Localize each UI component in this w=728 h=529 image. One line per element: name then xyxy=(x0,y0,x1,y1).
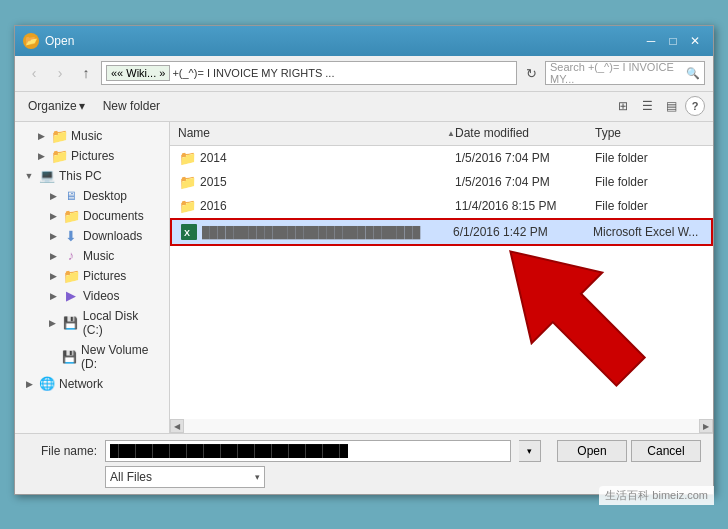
desktop-icon: 🖥 xyxy=(63,189,79,203)
sidebar-item-this-pc[interactable]: ▼ 💻 This PC xyxy=(15,166,169,186)
sidebar-label: New Volume (D: xyxy=(81,343,161,371)
file-name: ████████████████████████████ xyxy=(202,226,453,238)
sidebar-label: Videos xyxy=(83,289,119,303)
sidebar-item-pictures-top[interactable]: ▶ 📁 Pictures xyxy=(15,146,169,166)
sidebar-item-downloads[interactable]: ▶ ⬇ Downloads xyxy=(15,226,169,246)
table-row-selected[interactable]: X ████████████████████████████ 6/1/2016 … xyxy=(170,218,713,246)
expander-icon: ▶ xyxy=(47,270,59,282)
view-details-button[interactable]: ☰ xyxy=(637,96,657,116)
refresh-button[interactable]: ↻ xyxy=(521,63,541,83)
sidebar-item-pictures-pc[interactable]: ▶ 📁 Pictures xyxy=(15,266,169,286)
table-row[interactable]: 📁 2015 1/5/2016 7:04 PM File folder xyxy=(170,170,713,194)
excel-icon: X xyxy=(180,223,198,241)
sidebar-label: Network xyxy=(59,377,103,391)
sidebar-item-music-top[interactable]: ▶ 📁 Music xyxy=(15,126,169,146)
svg-text:X: X xyxy=(184,228,190,238)
search-bar[interactable]: Search +(_^)= I INVOICE MY... 🔍 xyxy=(545,61,705,85)
address-bar[interactable]: «« Wiki... » +(_^)= I INVOICE MY RIGHTS … xyxy=(101,61,517,85)
dialog-icon: 📂 xyxy=(23,33,39,49)
filetype-dropdown[interactable]: All Files ▾ xyxy=(105,466,265,488)
window-controls: ─ □ ✕ xyxy=(641,32,705,50)
file-list-header[interactable]: Name ▲ Date modified Type xyxy=(170,122,713,146)
scroll-track[interactable] xyxy=(184,419,699,433)
col-type-header: Type xyxy=(595,126,705,140)
expander-icon xyxy=(47,351,58,363)
folder-icon: 📁 xyxy=(63,269,79,283)
expander-icon: ▶ xyxy=(47,190,59,202)
disk-icon: 💾 xyxy=(63,316,79,330)
close-button[interactable]: ✕ xyxy=(685,32,705,50)
sidebar-item-desktop[interactable]: ▶ 🖥 Desktop xyxy=(15,186,169,206)
new-folder-button[interactable]: New folder xyxy=(98,96,165,116)
file-name: 2016 xyxy=(200,199,455,213)
scroll-right-arrow[interactable]: ▶ xyxy=(699,419,713,433)
pc-icon: 💻 xyxy=(39,169,55,183)
organize-label: Organize xyxy=(28,99,77,113)
organize-toolbar: Organize ▾ New folder ⊞ ☰ ▤ ? xyxy=(15,92,713,122)
table-row[interactable]: 📁 2014 1/5/2016 7:04 PM File folder xyxy=(170,146,713,170)
sidebar-item-music-pc[interactable]: ▶ ♪ Music xyxy=(15,246,169,266)
nav-toolbar: ‹ › ↑ «« Wiki... » +(_^)= I INVOICE MY R… xyxy=(15,56,713,92)
sidebar: ▶ 📁 Music ▶ 📁 Pictures ▼ 💻 This PC xyxy=(15,122,170,433)
filename-label: File name: xyxy=(27,444,97,458)
sidebar-item-network[interactable]: ▶ 🌐 Network xyxy=(15,374,169,394)
filename-input[interactable] xyxy=(105,440,511,462)
open-button[interactable]: Open xyxy=(557,440,627,462)
video-icon: ▶ xyxy=(63,289,79,303)
sidebar-label: This PC xyxy=(59,169,102,183)
watermark-text: 生活百科 bimeiz.com xyxy=(605,489,708,501)
file-date: 11/4/2016 8:15 PM xyxy=(455,199,595,213)
maximize-button[interactable]: □ xyxy=(663,32,683,50)
search-placeholder-text: Search +(_^)= I INVOICE MY... xyxy=(550,61,682,85)
sidebar-label: Pictures xyxy=(71,149,114,163)
file-name: 2015 xyxy=(200,175,455,189)
view-preview-button[interactable]: ▤ xyxy=(661,96,681,116)
filename-row: File name: ▾ Open Cancel xyxy=(27,440,701,462)
organize-button[interactable]: Organize ▾ xyxy=(23,96,90,116)
main-content: ▶ 📁 Music ▶ 📁 Pictures ▼ 💻 This PC xyxy=(15,122,713,433)
network-icon: 🌐 xyxy=(39,377,55,391)
folder-icon: 📁 xyxy=(51,129,67,143)
scroll-left-arrow[interactable]: ◀ xyxy=(170,419,184,433)
file-type: Microsoft Excel W... xyxy=(593,225,703,239)
expander-icon: ▶ xyxy=(47,290,59,302)
view-controls: ⊞ ☰ ▤ ? xyxy=(613,96,705,116)
sidebar-label: Downloads xyxy=(83,229,142,243)
expander-icon: ▶ xyxy=(47,317,59,329)
sidebar-item-new-volume[interactable]: 💾 New Volume (D: xyxy=(15,340,169,374)
file-date: 1/5/2016 7:04 PM xyxy=(455,175,595,189)
back-button[interactable]: ‹ xyxy=(23,62,45,84)
up-button[interactable]: ↑ xyxy=(75,62,97,84)
filetype-row: All Files ▾ xyxy=(27,466,701,488)
forward-button[interactable]: › xyxy=(49,62,71,84)
sidebar-label: Documents xyxy=(83,209,144,223)
view-toggle-button[interactable]: ⊞ xyxy=(613,96,633,116)
sidebar-label: Desktop xyxy=(83,189,127,203)
file-type: File folder xyxy=(595,199,705,213)
minimize-button[interactable]: ─ xyxy=(641,32,661,50)
help-button[interactable]: ? xyxy=(685,96,705,116)
file-area: Name ▲ Date modified Type 📁 2014 1/5/201… xyxy=(170,122,713,433)
expander-icon: ▶ xyxy=(47,250,59,262)
expander-icon: ▶ xyxy=(23,378,35,390)
organize-dropdown-arrow: ▾ xyxy=(79,99,85,113)
expander-icon: ▼ xyxy=(23,170,35,182)
sidebar-item-local-disk[interactable]: ▶ 💾 Local Disk (C:) xyxy=(15,306,169,340)
file-type: File folder xyxy=(595,151,705,165)
downloads-icon: ⬇ xyxy=(63,229,79,243)
table-row[interactable]: 📁 2016 11/4/2016 8:15 PM File folder xyxy=(170,194,713,218)
sidebar-label: Pictures xyxy=(83,269,126,283)
horizontal-scrollbar[interactable]: ◀ ▶ xyxy=(170,419,713,433)
expander-icon: ▶ xyxy=(47,230,59,242)
sidebar-item-documents[interactable]: ▶ 📁 Documents xyxy=(15,206,169,226)
action-buttons: Open Cancel xyxy=(557,440,701,462)
cancel-button[interactable]: Cancel xyxy=(631,440,701,462)
sidebar-label: Music xyxy=(83,249,114,263)
file-type: File folder xyxy=(595,175,705,189)
expander-icon: ▶ xyxy=(35,150,47,162)
filetype-dropdown-arrow: ▾ xyxy=(255,472,260,482)
music-icon: ♪ xyxy=(63,249,79,263)
sidebar-item-videos[interactable]: ▶ ▶ Videos xyxy=(15,286,169,306)
filename-dropdown-arrow[interactable]: ▾ xyxy=(519,440,541,462)
watermark: 生活百科 bimeiz.com xyxy=(599,486,714,505)
